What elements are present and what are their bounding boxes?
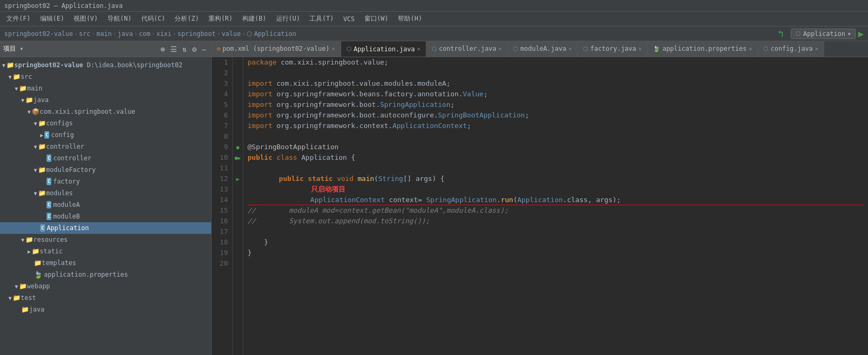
menu-window[interactable]: 窗口(W): [360, 13, 393, 24]
tab-factory[interactable]: ⬡ factory.java ×: [578, 41, 647, 57]
tree-item-config[interactable]: ▶ C config: [0, 129, 211, 141]
tab-factory-label: factory.java: [590, 45, 636, 52]
tree-item-java[interactable]: ▼ 📁 java: [0, 94, 211, 106]
static-folder-icon: 📁: [32, 248, 40, 255]
tree-item-factory[interactable]: C factory: [0, 176, 211, 187]
code-line-4: import org.springframework.beans.factory…: [248, 89, 864, 99]
code-line-9: @SpringBootApplication: [248, 142, 864, 152]
tree-item-controller-folder[interactable]: ▼ 📁 controller: [0, 141, 211, 152]
tree-item-controller[interactable]: C controller: [0, 152, 211, 164]
test-folder-icon: 📁: [13, 294, 21, 302]
tree-item-main[interactable]: ▼ 📁 main: [0, 83, 211, 94]
appprops-icon: 🍃: [34, 271, 42, 279]
code-line-6: import org.springframework.boot.autoconf…: [248, 110, 864, 121]
tree-item-static[interactable]: ▶ 📁 static: [0, 245, 211, 257]
tree-item-testjava[interactable]: 📁 java: [0, 304, 211, 315]
menu-code[interactable]: 代码(C): [137, 13, 170, 24]
tree-item-configs[interactable]: ▼ 📁 configs: [0, 117, 211, 129]
moduleA-tab-icon: ⬡: [513, 45, 518, 52]
tree-item-moduleB[interactable]: C moduleB: [0, 211, 211, 222]
tab-pom-label: pom.xml (springboot02-value): [223, 45, 330, 52]
breadcrumb-bar: springboot02-value › src › main › java ›…: [0, 26, 868, 41]
tree-item-src[interactable]: ▼ 📁 src: [0, 71, 211, 83]
tree-item-moduleFactory[interactable]: ▼ 📁 moduleFactory: [0, 164, 211, 176]
tab-config-close[interactable]: ×: [815, 45, 818, 52]
breadcrumb-java[interactable]: java: [117, 30, 133, 38]
tab-pom[interactable]: m pom.xml (springboot02-value) ×: [212, 41, 341, 57]
menu-file[interactable]: 文件(F): [2, 13, 35, 24]
sidebar-minimize-btn[interactable]: —: [200, 44, 208, 54]
menu-view[interactable]: 视图(V): [69, 13, 102, 24]
tab-pom-close[interactable]: ×: [332, 45, 335, 52]
menu-help[interactable]: 帮助(H): [394, 13, 426, 24]
tree-item-test[interactable]: ▼ 📁 test: [0, 292, 211, 304]
sidebar-add-btn[interactable]: ⊕: [159, 44, 166, 54]
tab-moduleA-close[interactable]: ×: [568, 45, 572, 52]
tab-application-close[interactable]: ×: [417, 45, 421, 52]
tab-config[interactable]: ⬡ config.java ×: [758, 41, 824, 57]
tree-item-root[interactable]: ▼ 📁 springboot02-value D:\idea.book\spri…: [0, 59, 211, 71]
tree-item-webapp[interactable]: ▼ 📁 webapp: [0, 280, 211, 292]
code-line-12: public static void main(String[] args) {: [248, 174, 864, 184]
tree-label-pkg: com.xixi.springboot.value: [40, 108, 135, 115]
tree-label-static: static: [40, 248, 62, 255]
navigate-back-icon[interactable]: ↰: [778, 28, 784, 39]
moduleA-java-icon: C: [47, 201, 51, 208]
menu-run[interactable]: 运行(U): [272, 13, 305, 24]
sidebar-layout-btn[interactable]: ☰: [169, 44, 179, 54]
tab-application[interactable]: ⬡ Application.java ×: [341, 41, 426, 57]
code-line-3: import com.xixi.springboot.value.modules…: [248, 78, 864, 89]
tab-appprops[interactable]: 🍃 application.properties ×: [647, 41, 758, 57]
editor-panel: m pom.xml (springboot02-value) × ⬡ Appli…: [212, 41, 868, 355]
tree-label-factory: factory: [53, 178, 80, 185]
tab-controller[interactable]: ⬡ controller.java ×: [426, 41, 508, 57]
factory-java-icon: C: [47, 178, 51, 185]
tree-label-root: springboot02-value D:\idea.book\springbo…: [14, 61, 182, 69]
run-button-icon[interactable]: ▶: [858, 28, 864, 39]
tab-moduleA[interactable]: ⬡ moduleA.java ×: [508, 41, 578, 57]
menu-tools[interactable]: 工具(T): [305, 13, 338, 24]
code-body[interactable]: package com.xixi.springboot.value; impor…: [243, 57, 868, 355]
java-folder-icon: 📁: [25, 96, 33, 104]
breadcrumb-src[interactable]: src: [79, 30, 90, 38]
editor-area[interactable]: 12345 678910 1112131415 1617181920 ● ●▶ …: [212, 57, 868, 355]
line-numbers: 12345 678910 1112131415 1617181920: [212, 57, 233, 355]
menu-edit[interactable]: 编辑(E): [36, 13, 69, 24]
menu-vcs[interactable]: VCS: [339, 14, 359, 24]
breadcrumb-project[interactable]: springboot02-value: [4, 30, 73, 38]
controller-folder-icon: 📁: [38, 143, 46, 150]
code-line-17: [248, 226, 864, 237]
app-run-dropdown[interactable]: ⬡ Application ▾: [791, 29, 856, 39]
menu-nav[interactable]: 导航(N): [103, 13, 136, 24]
tab-appprops-close[interactable]: ×: [748, 45, 752, 52]
menu-refactor[interactable]: 重构(R): [204, 13, 237, 24]
tab-factory-close[interactable]: ×: [638, 45, 642, 52]
sidebar-sort-btn[interactable]: ⇅: [181, 44, 188, 54]
tree-item-modules[interactable]: ▼ 📁 modules: [0, 187, 211, 199]
breadcrumb-com[interactable]: com: [139, 30, 150, 38]
templates-folder-icon: 📁: [34, 259, 42, 267]
breadcrumb-xixi[interactable]: xixi: [156, 30, 171, 38]
tree-label-main: main: [27, 85, 42, 92]
menu-build[interactable]: 构建(B): [238, 13, 271, 24]
breadcrumb-value[interactable]: value: [222, 30, 241, 38]
tree-label-moduleFactory: moduleFactory: [46, 166, 96, 174]
sidebar-settings-btn[interactable]: ⚙: [190, 44, 198, 54]
tree-item-resources[interactable]: ▼ 📁 resources: [0, 234, 211, 245]
tree-item-appprops[interactable]: 🍃 application.properties: [0, 269, 211, 280]
breadcrumb-main[interactable]: main: [96, 30, 112, 38]
tab-controller-label: controller.java: [439, 45, 496, 52]
breadcrumb-application[interactable]: Application: [254, 30, 296, 38]
tree-item-moduleA[interactable]: C moduleA: [0, 199, 211, 211]
menu-analyze[interactable]: 分析(Z): [170, 13, 203, 24]
tab-moduleA-label: moduleA.java: [520, 45, 567, 52]
tab-application-label: Application.java: [354, 45, 415, 53]
breadcrumb-springboot[interactable]: springboot: [178, 30, 216, 38]
tree-item-templates[interactable]: 📁 templates: [0, 257, 211, 269]
code-line-8: [248, 131, 864, 142]
pkg-folder-icon: 📦: [32, 108, 40, 115]
tab-controller-close[interactable]: ×: [498, 45, 502, 52]
title-text: springboot02 – Application.java: [4, 2, 123, 10]
tree-item-application[interactable]: C Application: [0, 222, 211, 234]
tree-item-pkg[interactable]: ▼ 📦 com.xixi.springboot.value: [0, 106, 211, 117]
